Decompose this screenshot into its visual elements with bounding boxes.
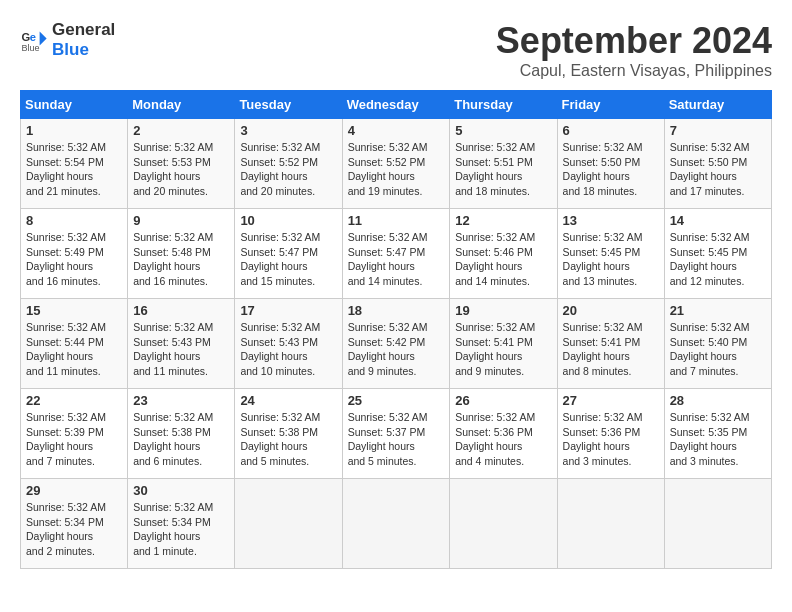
empty-cell: [664, 479, 771, 569]
day-info: Sunrise: 5:32 AM Sunset: 5:38 PM Dayligh…: [240, 411, 320, 467]
day-cell-1: 1 Sunrise: 5:32 AM Sunset: 5:54 PM Dayli…: [21, 119, 128, 209]
day-cell-19: 19 Sunrise: 5:32 AM Sunset: 5:41 PM Dayl…: [450, 299, 557, 389]
day-cell-20: 20 Sunrise: 5:32 AM Sunset: 5:41 PM Dayl…: [557, 299, 664, 389]
logo-icon: G e Blue: [20, 26, 48, 54]
day-cell-9: 9 Sunrise: 5:32 AM Sunset: 5:48 PM Dayli…: [128, 209, 235, 299]
day-number: 1: [26, 123, 122, 138]
day-cell-13: 13 Sunrise: 5:32 AM Sunset: 5:45 PM Dayl…: [557, 209, 664, 299]
header-wednesday: Wednesday: [342, 91, 450, 119]
day-cell-15: 15 Sunrise: 5:32 AM Sunset: 5:44 PM Dayl…: [21, 299, 128, 389]
day-info: Sunrise: 5:32 AM Sunset: 5:41 PM Dayligh…: [455, 321, 535, 377]
day-cell-24: 24 Sunrise: 5:32 AM Sunset: 5:38 PM Dayl…: [235, 389, 342, 479]
day-info: Sunrise: 5:32 AM Sunset: 5:42 PM Dayligh…: [348, 321, 428, 377]
day-info: Sunrise: 5:32 AM Sunset: 5:44 PM Dayligh…: [26, 321, 106, 377]
empty-cell: [557, 479, 664, 569]
header-thursday: Thursday: [450, 91, 557, 119]
day-number: 23: [133, 393, 229, 408]
day-cell-29: 29 Sunrise: 5:32 AM Sunset: 5:34 PM Dayl…: [21, 479, 128, 569]
day-info: Sunrise: 5:32 AM Sunset: 5:54 PM Dayligh…: [26, 141, 106, 197]
day-number: 9: [133, 213, 229, 228]
day-info: Sunrise: 5:32 AM Sunset: 5:52 PM Dayligh…: [348, 141, 428, 197]
day-info: Sunrise: 5:32 AM Sunset: 5:36 PM Dayligh…: [455, 411, 535, 467]
day-cell-11: 11 Sunrise: 5:32 AM Sunset: 5:47 PM Dayl…: [342, 209, 450, 299]
day-cell-23: 23 Sunrise: 5:32 AM Sunset: 5:38 PM Dayl…: [128, 389, 235, 479]
day-info: Sunrise: 5:32 AM Sunset: 5:37 PM Dayligh…: [348, 411, 428, 467]
day-cell-22: 22 Sunrise: 5:32 AM Sunset: 5:39 PM Dayl…: [21, 389, 128, 479]
svg-marker-3: [40, 32, 47, 46]
day-cell-4: 4 Sunrise: 5:32 AM Sunset: 5:52 PM Dayli…: [342, 119, 450, 209]
empty-cell: [235, 479, 342, 569]
header-tuesday: Tuesday: [235, 91, 342, 119]
calendar-body: 1 Sunrise: 5:32 AM Sunset: 5:54 PM Dayli…: [21, 119, 772, 569]
day-info: Sunrise: 5:32 AM Sunset: 5:35 PM Dayligh…: [670, 411, 750, 467]
day-number: 16: [133, 303, 229, 318]
day-cell-25: 25 Sunrise: 5:32 AM Sunset: 5:37 PM Dayl…: [342, 389, 450, 479]
day-cell-12: 12 Sunrise: 5:32 AM Sunset: 5:46 PM Dayl…: [450, 209, 557, 299]
day-number: 26: [455, 393, 551, 408]
day-info: Sunrise: 5:32 AM Sunset: 5:47 PM Dayligh…: [240, 231, 320, 287]
day-number: 7: [670, 123, 766, 138]
week-row-5: 29 Sunrise: 5:32 AM Sunset: 5:34 PM Dayl…: [21, 479, 772, 569]
svg-text:G: G: [21, 32, 30, 44]
day-number: 6: [563, 123, 659, 138]
day-info: Sunrise: 5:32 AM Sunset: 5:46 PM Dayligh…: [455, 231, 535, 287]
day-cell-5: 5 Sunrise: 5:32 AM Sunset: 5:51 PM Dayli…: [450, 119, 557, 209]
day-info: Sunrise: 5:32 AM Sunset: 5:52 PM Dayligh…: [240, 141, 320, 197]
day-number: 2: [133, 123, 229, 138]
day-number: 18: [348, 303, 445, 318]
weekday-header-row: Sunday Monday Tuesday Wednesday Thursday…: [21, 91, 772, 119]
day-number: 4: [348, 123, 445, 138]
day-number: 3: [240, 123, 336, 138]
day-number: 14: [670, 213, 766, 228]
day-cell-10: 10 Sunrise: 5:32 AM Sunset: 5:47 PM Dayl…: [235, 209, 342, 299]
day-info: Sunrise: 5:32 AM Sunset: 5:45 PM Dayligh…: [563, 231, 643, 287]
day-number: 19: [455, 303, 551, 318]
svg-text:e: e: [30, 32, 36, 44]
calendar-table: Sunday Monday Tuesday Wednesday Thursday…: [20, 90, 772, 569]
day-cell-28: 28 Sunrise: 5:32 AM Sunset: 5:35 PM Dayl…: [664, 389, 771, 479]
day-number: 17: [240, 303, 336, 318]
day-number: 24: [240, 393, 336, 408]
day-info: Sunrise: 5:32 AM Sunset: 5:48 PM Dayligh…: [133, 231, 213, 287]
empty-cell: [342, 479, 450, 569]
day-info: Sunrise: 5:32 AM Sunset: 5:43 PM Dayligh…: [133, 321, 213, 377]
day-info: Sunrise: 5:32 AM Sunset: 5:53 PM Dayligh…: [133, 141, 213, 197]
day-number: 15: [26, 303, 122, 318]
day-number: 12: [455, 213, 551, 228]
page-header: G e Blue General Blue September 2024 Cap…: [20, 20, 772, 80]
header-monday: Monday: [128, 91, 235, 119]
month-title: September 2024: [496, 20, 772, 62]
day-cell-2: 2 Sunrise: 5:32 AM Sunset: 5:53 PM Dayli…: [128, 119, 235, 209]
day-cell-3: 3 Sunrise: 5:32 AM Sunset: 5:52 PM Dayli…: [235, 119, 342, 209]
day-cell-14: 14 Sunrise: 5:32 AM Sunset: 5:45 PM Dayl…: [664, 209, 771, 299]
week-row-1: 1 Sunrise: 5:32 AM Sunset: 5:54 PM Dayli…: [21, 119, 772, 209]
week-row-2: 8 Sunrise: 5:32 AM Sunset: 5:49 PM Dayli…: [21, 209, 772, 299]
day-number: 29: [26, 483, 122, 498]
day-info: Sunrise: 5:32 AM Sunset: 5:34 PM Dayligh…: [133, 501, 213, 557]
day-number: 22: [26, 393, 122, 408]
day-number: 20: [563, 303, 659, 318]
logo: G e Blue General Blue: [20, 20, 115, 61]
empty-cell: [450, 479, 557, 569]
day-cell-27: 27 Sunrise: 5:32 AM Sunset: 5:36 PM Dayl…: [557, 389, 664, 479]
day-cell-26: 26 Sunrise: 5:32 AM Sunset: 5:36 PM Dayl…: [450, 389, 557, 479]
header-friday: Friday: [557, 91, 664, 119]
week-row-3: 15 Sunrise: 5:32 AM Sunset: 5:44 PM Dayl…: [21, 299, 772, 389]
svg-text:Blue: Blue: [21, 44, 39, 54]
day-info: Sunrise: 5:32 AM Sunset: 5:47 PM Dayligh…: [348, 231, 428, 287]
day-number: 21: [670, 303, 766, 318]
day-number: 5: [455, 123, 551, 138]
day-number: 8: [26, 213, 122, 228]
logo-line1: General: [52, 20, 115, 40]
day-cell-17: 17 Sunrise: 5:32 AM Sunset: 5:43 PM Dayl…: [235, 299, 342, 389]
day-info: Sunrise: 5:32 AM Sunset: 5:43 PM Dayligh…: [240, 321, 320, 377]
day-cell-18: 18 Sunrise: 5:32 AM Sunset: 5:42 PM Dayl…: [342, 299, 450, 389]
day-info: Sunrise: 5:32 AM Sunset: 5:45 PM Dayligh…: [670, 231, 750, 287]
header-sunday: Sunday: [21, 91, 128, 119]
day-info: Sunrise: 5:32 AM Sunset: 5:51 PM Dayligh…: [455, 141, 535, 197]
title-area: September 2024 Capul, Eastern Visayas, P…: [496, 20, 772, 80]
day-number: 10: [240, 213, 336, 228]
day-number: 27: [563, 393, 659, 408]
day-info: Sunrise: 5:32 AM Sunset: 5:39 PM Dayligh…: [26, 411, 106, 467]
week-row-4: 22 Sunrise: 5:32 AM Sunset: 5:39 PM Dayl…: [21, 389, 772, 479]
